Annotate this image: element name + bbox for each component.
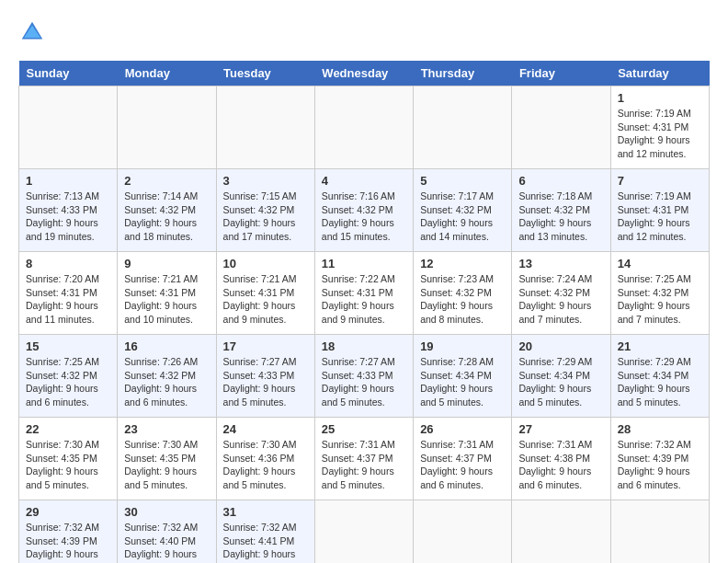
day-number: 11 [322,257,406,270]
day-number: 12 [420,257,505,270]
calendar-cell: 29Sunrise: 7:32 AMSunset: 4:39 PMDayligh… [19,500,118,564]
day-number: 3 [223,174,308,188]
calendar-cell: 7Sunrise: 7:19 AMSunset: 4:31 PMDaylight… [610,169,709,252]
calendar-week-row: 29Sunrise: 7:32 AMSunset: 4:39 PMDayligh… [19,500,710,564]
day-number: 25 [322,422,406,436]
day-info: Sunrise: 7:21 AMSunset: 4:31 PMDaylight:… [124,272,209,327]
day-info: Sunrise: 7:32 AMSunset: 4:41 PMDaylight:… [223,521,308,563]
day-number: 24 [223,422,308,436]
day-number: 17 [223,339,308,353]
calendar-cell: 4Sunrise: 7:16 AMSunset: 4:32 PMDaylight… [314,169,413,252]
day-number: 8 [26,257,110,270]
calendar-cell: 2Sunrise: 7:14 AMSunset: 4:32 PMDaylight… [118,169,216,252]
calendar-cell: 20Sunrise: 7:29 AMSunset: 4:34 PMDayligh… [512,335,610,418]
calendar-cell: 12Sunrise: 7:23 AMSunset: 4:32 PMDayligh… [414,252,512,335]
day-info: Sunrise: 7:14 AMSunset: 4:32 PMDaylight:… [124,190,209,244]
calendar-cell: 21Sunrise: 7:29 AMSunset: 4:34 PMDayligh… [610,335,709,418]
calendar-week-row: 1Sunrise: 7:19 AMSunset: 4:31 PMDaylight… [19,86,710,169]
day-info: Sunrise: 7:31 AMSunset: 4:38 PMDaylight:… [518,438,603,492]
day-number: 1 [26,174,110,188]
day-info: Sunrise: 7:30 AMSunset: 4:36 PMDaylight:… [223,438,308,492]
calendar-cell [118,86,216,169]
day-info: Sunrise: 7:31 AMSunset: 4:37 PMDaylight:… [420,438,505,492]
header-wednesday: Wednesday [314,61,413,86]
day-info: Sunrise: 7:27 AMSunset: 4:33 PMDaylight:… [322,355,406,409]
day-number: 7 [618,174,702,188]
day-number: 13 [518,257,603,270]
header-monday: Monday [118,61,216,86]
day-info: Sunrise: 7:19 AMSunset: 4:31 PMDaylight:… [618,190,702,244]
calendar-cell: 28Sunrise: 7:32 AMSunset: 4:39 PMDayligh… [610,418,709,500]
calendar-table: SundayMondayTuesdayWednesdayThursdayFrid… [18,61,710,563]
day-info: Sunrise: 7:29 AMSunset: 4:34 PMDaylight:… [618,355,702,409]
day-number: 16 [124,339,209,353]
logo [18,18,50,46]
day-number: 28 [618,422,702,436]
calendar-cell [610,500,709,564]
calendar-cell: 17Sunrise: 7:27 AMSunset: 4:33 PMDayligh… [216,335,314,418]
calendar-cell: 10Sunrise: 7:21 AMSunset: 4:31 PMDayligh… [216,252,314,335]
day-number: 26 [420,422,505,436]
day-info: Sunrise: 7:25 AMSunset: 4:32 PMDaylight:… [26,355,110,409]
logo-icon [18,18,46,46]
calendar-header-row: SundayMondayTuesdayWednesdayThursdayFrid… [19,61,710,86]
day-info: Sunrise: 7:30 AMSunset: 4:35 PMDaylight:… [124,438,209,492]
header-saturday: Saturday [610,61,709,86]
calendar-week-row: 15Sunrise: 7:25 AMSunset: 4:32 PMDayligh… [19,335,710,418]
day-info: Sunrise: 7:13 AMSunset: 4:33 PMDaylight:… [26,190,110,244]
calendar-cell: 19Sunrise: 7:28 AMSunset: 4:34 PMDayligh… [414,335,512,418]
calendar-cell: 25Sunrise: 7:31 AMSunset: 4:37 PMDayligh… [314,418,413,500]
calendar-cell: 22Sunrise: 7:30 AMSunset: 4:35 PMDayligh… [19,418,118,500]
day-info: Sunrise: 7:31 AMSunset: 4:37 PMDaylight:… [322,438,406,492]
day-number: 21 [618,339,702,353]
day-info: Sunrise: 7:24 AMSunset: 4:32 PMDaylight:… [518,272,603,327]
calendar-week-row: 8Sunrise: 7:20 AMSunset: 4:31 PMDaylight… [19,252,710,335]
day-info: Sunrise: 7:15 AMSunset: 4:32 PMDaylight:… [223,190,308,244]
day-number: 31 [223,505,308,519]
calendar-cell: 1Sunrise: 7:19 AMSunset: 4:31 PMDaylight… [610,86,709,169]
calendar-cell: 9Sunrise: 7:21 AMSunset: 4:31 PMDaylight… [118,252,216,335]
calendar-cell: 15Sunrise: 7:25 AMSunset: 4:32 PMDayligh… [19,335,118,418]
header-tuesday: Tuesday [216,61,314,86]
calendar-cell: 13Sunrise: 7:24 AMSunset: 4:32 PMDayligh… [512,252,610,335]
calendar-cell: 1Sunrise: 7:13 AMSunset: 4:33 PMDaylight… [19,169,118,252]
calendar-week-row: 22Sunrise: 7:30 AMSunset: 4:35 PMDayligh… [19,418,710,500]
calendar-cell: 31Sunrise: 7:32 AMSunset: 4:41 PMDayligh… [216,500,314,564]
day-number: 23 [124,422,209,436]
day-info: Sunrise: 7:28 AMSunset: 4:34 PMDaylight:… [420,355,505,409]
day-info: Sunrise: 7:21 AMSunset: 4:31 PMDaylight:… [223,272,308,327]
day-info: Sunrise: 7:26 AMSunset: 4:32 PMDaylight:… [124,355,209,409]
day-info: Sunrise: 7:20 AMSunset: 4:31 PMDaylight:… [26,272,110,327]
calendar-cell: 27Sunrise: 7:31 AMSunset: 4:38 PMDayligh… [512,418,610,500]
day-number: 9 [124,257,209,270]
day-info: Sunrise: 7:25 AMSunset: 4:32 PMDaylight:… [618,272,702,327]
day-info: Sunrise: 7:30 AMSunset: 4:35 PMDaylight:… [26,438,110,492]
calendar-cell: 24Sunrise: 7:30 AMSunset: 4:36 PMDayligh… [216,418,314,500]
day-number: 30 [124,505,209,519]
calendar-cell: 5Sunrise: 7:17 AMSunset: 4:32 PMDaylight… [414,169,512,252]
day-number: 14 [618,257,702,270]
day-number: 18 [322,339,406,353]
calendar-cell: 6Sunrise: 7:18 AMSunset: 4:32 PMDaylight… [512,169,610,252]
header-thursday: Thursday [414,61,512,86]
day-info: Sunrise: 7:27 AMSunset: 4:33 PMDaylight:… [223,355,308,409]
day-number: 10 [223,257,308,270]
calendar-cell: 30Sunrise: 7:32 AMSunset: 4:40 PMDayligh… [118,500,216,564]
calendar-cell: 8Sunrise: 7:20 AMSunset: 4:31 PMDaylight… [19,252,118,335]
day-info: Sunrise: 7:22 AMSunset: 4:31 PMDaylight:… [322,272,406,327]
day-number: 19 [420,339,505,353]
calendar-cell: 3Sunrise: 7:15 AMSunset: 4:32 PMDaylight… [216,169,314,252]
calendar-cell [414,500,512,564]
header-friday: Friday [512,61,610,86]
calendar-cell [314,86,413,169]
calendar-cell [414,86,512,169]
day-info: Sunrise: 7:32 AMSunset: 4:40 PMDaylight:… [124,521,209,563]
calendar-cell: 14Sunrise: 7:25 AMSunset: 4:32 PMDayligh… [610,252,709,335]
day-info: Sunrise: 7:16 AMSunset: 4:32 PMDaylight:… [322,190,406,244]
day-number: 5 [420,174,505,188]
day-number: 15 [26,339,110,353]
day-info: Sunrise: 7:23 AMSunset: 4:32 PMDaylight:… [420,272,505,327]
day-info: Sunrise: 7:29 AMSunset: 4:34 PMDaylight:… [518,355,603,409]
calendar-cell: 18Sunrise: 7:27 AMSunset: 4:33 PMDayligh… [314,335,413,418]
calendar-week-row: 1Sunrise: 7:13 AMSunset: 4:33 PMDaylight… [19,169,710,252]
